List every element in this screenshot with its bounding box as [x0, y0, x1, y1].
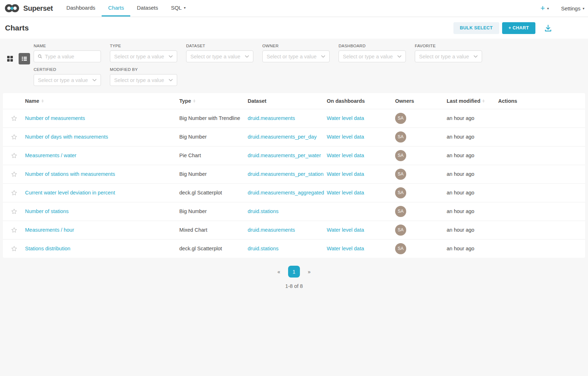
- chart-type: Pie Chart: [179, 146, 248, 165]
- favorite-star-button[interactable]: [11, 171, 18, 178]
- nav-item-charts[interactable]: Charts: [102, 0, 130, 16]
- dataset-link[interactable]: druid.measurements: [248, 115, 295, 121]
- owner-avatar[interactable]: SA: [395, 131, 406, 143]
- column-header-name[interactable]: Name: [25, 93, 179, 109]
- owner-avatar[interactable]: SA: [395, 206, 406, 217]
- owner-avatar[interactable]: SA: [395, 225, 406, 236]
- add-chart-button[interactable]: + CHART: [502, 22, 535, 34]
- nav-item-sql[interactable]: SQL ▾: [165, 0, 192, 16]
- dashboard-link[interactable]: Water level data: [327, 153, 364, 158]
- chevron-down-icon: [473, 55, 478, 58]
- owner-avatar[interactable]: SA: [395, 187, 406, 198]
- dataset-link[interactable]: druid.measurements_aggregated: [248, 190, 324, 196]
- chart-name-link[interactable]: Number of stations with measurements: [25, 171, 115, 177]
- last-modified: an hour ago: [447, 109, 498, 127]
- card-view-toggle[interactable]: [4, 53, 16, 64]
- star-icon: [11, 189, 18, 196]
- dashboard-link[interactable]: Water level data: [327, 134, 364, 140]
- filter-label: DASHBOARD: [339, 44, 406, 48]
- pagination-summary: 1-8 of 8: [0, 283, 588, 289]
- owner-avatar[interactable]: SA: [395, 150, 406, 161]
- search-icon: [38, 54, 42, 59]
- star-icon: [11, 134, 18, 140]
- dashboard-link[interactable]: Water level data: [327, 171, 364, 177]
- star-icon: [11, 208, 18, 215]
- favorite-star-button[interactable]: [11, 134, 18, 140]
- certified-filter-select[interactable]: Select or type a value: [34, 74, 101, 86]
- type-filter-select[interactable]: Select or type a value: [110, 50, 177, 62]
- owner-filter-select[interactable]: Select or type a value: [262, 50, 330, 62]
- filter-label: OWNER: [262, 44, 330, 48]
- owner-avatar[interactable]: SA: [395, 113, 406, 124]
- star-icon: [11, 245, 18, 252]
- chart-name-link[interactable]: Measurements / water: [25, 153, 76, 158]
- pagination: « 1 »: [0, 266, 588, 278]
- chart-name-link[interactable]: Number of days with measurements: [25, 134, 108, 140]
- chart-type: deck.gl Scatterplot: [179, 239, 248, 258]
- chevron-down-icon: ▾: [184, 6, 186, 10]
- chart-name-link[interactable]: Current water level deviation in percent: [25, 190, 115, 196]
- select-placeholder: Select or type a value: [267, 54, 316, 59]
- star-icon: [11, 171, 18, 178]
- last-modified: an hour ago: [447, 127, 498, 146]
- select-placeholder: Select or type a value: [190, 54, 240, 59]
- new-menu-button[interactable]: + ▾: [540, 4, 549, 13]
- last-modified: an hour ago: [447, 221, 498, 239]
- last-modified: an hour ago: [447, 239, 498, 258]
- chart-type: deck.gl Scatterplot: [179, 183, 248, 202]
- sort-icon: [42, 100, 44, 103]
- filter-label: MODIFIED BY: [110, 67, 177, 72]
- favorite-filter-select[interactable]: Select or type a value: [415, 50, 482, 62]
- brand[interactable]: Superset: [0, 0, 60, 16]
- favorite-star-button[interactable]: [11, 208, 18, 215]
- export-button[interactable]: [544, 24, 552, 32]
- dataset-link[interactable]: druid.measurements_per_station: [248, 171, 324, 177]
- chart-name-link[interactable]: Stations distribution: [25, 246, 71, 251]
- filter-modified-by: MODIFIED BY Select or type a value: [110, 67, 177, 86]
- dataset-link[interactable]: druid.measurements_per_day: [248, 134, 317, 140]
- list-view-toggle[interactable]: [19, 53, 30, 64]
- name-filter-input[interactable]: [45, 54, 97, 59]
- filter-dataset: DATASET Select or type a value: [186, 44, 253, 62]
- bulk-select-button[interactable]: BULK SELECT: [453, 22, 499, 34]
- dataset-link[interactable]: druid.measurements_per_water: [248, 153, 321, 158]
- dataset-link[interactable]: druid.stations: [248, 246, 278, 251]
- header-actions: BULK SELECT + CHART: [453, 22, 583, 34]
- filter-label: TYPE: [110, 44, 177, 48]
- dashboard-link[interactable]: Water level data: [327, 190, 364, 196]
- favorite-star-button[interactable]: [11, 115, 18, 122]
- chart-name-link[interactable]: Number of measurements: [25, 115, 85, 121]
- settings-menu-button[interactable]: Settings ▾: [561, 5, 584, 11]
- dataset-link[interactable]: druid.measurements: [248, 227, 295, 233]
- dashboard-link[interactable]: Water level data: [327, 246, 364, 251]
- owner-avatar[interactable]: SA: [395, 243, 406, 254]
- filter-dashboard: DASHBOARD Select or type a value: [339, 44, 406, 62]
- last-modified: an hour ago: [447, 202, 498, 221]
- favorite-star-button[interactable]: [11, 245, 18, 252]
- nav-right: + ▾ Settings ▾: [540, 0, 588, 16]
- column-header-last-modified[interactable]: Last modified: [447, 93, 498, 109]
- dashboard-filter-select[interactable]: Select or type a value: [339, 50, 406, 62]
- nav-item-dashboards[interactable]: Dashboards: [60, 0, 102, 16]
- nav-item-datasets[interactable]: Datasets: [130, 0, 164, 16]
- column-header-type[interactable]: Type: [179, 93, 248, 109]
- pagination-prev-button[interactable]: «: [277, 269, 280, 275]
- favorite-star-button[interactable]: [11, 189, 18, 196]
- pagination-page-1[interactable]: 1: [288, 266, 300, 278]
- chart-type: Big Number: [179, 127, 248, 146]
- select-placeholder: Select or type a value: [114, 54, 164, 59]
- view-toggles: [4, 53, 30, 64]
- favorite-star-button[interactable]: [11, 152, 18, 159]
- last-modified: an hour ago: [447, 165, 498, 183]
- pagination-next-button[interactable]: »: [308, 269, 311, 275]
- row-actions: [498, 146, 585, 165]
- favorite-star-button[interactable]: [11, 227, 18, 233]
- dashboard-link[interactable]: Water level data: [327, 115, 364, 121]
- dataset-filter-select[interactable]: Select or type a value: [186, 50, 253, 62]
- dataset-link[interactable]: druid.stations: [248, 208, 278, 214]
- modified-by-filter-select[interactable]: Select or type a value: [110, 74, 177, 86]
- chart-name-link[interactable]: Measurements / hour: [25, 227, 74, 233]
- dashboard-link[interactable]: Water level data: [327, 227, 364, 233]
- owner-avatar[interactable]: SA: [395, 169, 406, 180]
- chart-name-link[interactable]: Number of stations: [25, 208, 69, 214]
